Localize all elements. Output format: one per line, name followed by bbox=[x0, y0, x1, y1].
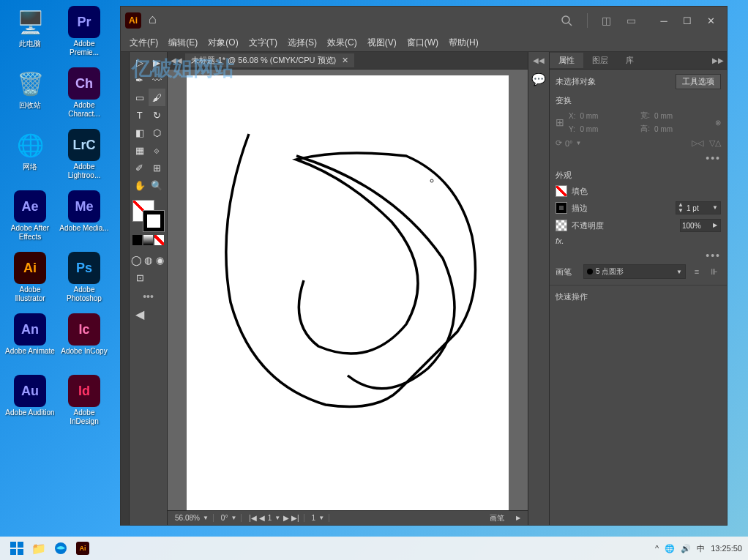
desktop-icon[interactable]: AeAdobe After Effects bbox=[4, 189, 56, 247]
explorer-icon[interactable]: 📁 bbox=[28, 539, 50, 558]
network-icon[interactable]: 🌐 bbox=[665, 544, 675, 553]
fill-stroke-swatch[interactable] bbox=[132, 200, 165, 232]
gradient-tool[interactable]: ▦ bbox=[131, 141, 149, 159]
desktop-icon[interactable]: AnAdobe Animate bbox=[4, 312, 56, 370]
rotate-field[interactable]: 0° ▼ bbox=[217, 514, 242, 522]
edit-toolbar-button[interactable]: ••• bbox=[131, 291, 165, 302]
w-field[interactable]: 0 mm bbox=[654, 112, 711, 120]
tab-properties[interactable]: 属性 bbox=[550, 53, 583, 68]
menu-item[interactable]: 文字(T) bbox=[244, 35, 282, 51]
desktop-icon[interactable]: IdAdobe InDesign bbox=[59, 373, 110, 432]
direct-selection-tool[interactable]: ▶ bbox=[149, 53, 166, 71]
gradient-mode-swatch[interactable] bbox=[143, 235, 153, 245]
menu-item[interactable]: 效果(C) bbox=[323, 35, 362, 51]
artboard[interactable] bbox=[187, 75, 509, 510]
search-icon[interactable] bbox=[553, 11, 580, 30]
maximize-button[interactable]: ☐ bbox=[676, 12, 699, 29]
minimize-button[interactable]: ─ bbox=[652, 12, 676, 29]
volume-icon[interactable]: 🔊 bbox=[681, 544, 691, 553]
desktop-icon[interactable]: 🌐网络 bbox=[4, 127, 56, 186]
toolbar-collapse-icon[interactable]: ◀ bbox=[131, 305, 149, 323]
workspace-icon[interactable]: ▭ bbox=[620, 12, 642, 29]
desktop-icon[interactable]: LrCAdobe Lightroo... bbox=[59, 127, 110, 186]
none-mode-swatch[interactable] bbox=[154, 235, 164, 245]
desktop-icon[interactable]: AiAdobe Illustrator bbox=[4, 250, 56, 309]
x-field[interactable]: 0 mm bbox=[580, 112, 636, 120]
comments-icon[interactable]: 💬 bbox=[530, 70, 547, 88]
menu-item[interactable]: 视图(V) bbox=[363, 35, 401, 51]
flip-h-icon[interactable]: ▷◁ bbox=[692, 138, 703, 148]
tab-libraries[interactable]: 库 bbox=[617, 53, 643, 68]
transform-more-icon[interactable]: ••• bbox=[556, 152, 721, 164]
close-tab-icon[interactable]: ✕ bbox=[342, 56, 348, 65]
close-button[interactable]: ✕ bbox=[699, 12, 722, 29]
h-field[interactable]: 0 mm bbox=[654, 125, 711, 133]
fx-button[interactable]: fx. bbox=[556, 236, 564, 245]
brush-picker[interactable]: 5 点圆形 ▼ bbox=[583, 264, 686, 279]
illustrator-taskbar-icon[interactable]: Ai bbox=[72, 539, 94, 558]
hand-tool[interactable]: ✋ bbox=[131, 176, 149, 194]
selection-tool[interactable]: ▷ bbox=[131, 53, 149, 71]
desktop-icon[interactable]: PsAdobe Photoshop bbox=[59, 250, 110, 309]
draw-inside-icon[interactable]: ◉ bbox=[154, 251, 165, 269]
menu-item[interactable]: 窗口(W) bbox=[403, 35, 443, 51]
y-field[interactable]: 0 mm bbox=[580, 125, 636, 133]
menu-item[interactable]: 帮助(H) bbox=[444, 35, 483, 51]
zoom-field[interactable]: 56.08% ▼ bbox=[171, 514, 214, 522]
zoom-tool[interactable]: 🔍 bbox=[149, 176, 166, 194]
stroke-swatch[interactable] bbox=[143, 210, 165, 232]
desktop-icon[interactable]: PrAdobe Premie... bbox=[59, 4, 110, 63]
opacity-swatch-icon[interactable] bbox=[556, 220, 567, 231]
artboard-tool[interactable]: ⊞ bbox=[149, 159, 166, 176]
collapse-right-icon[interactable]: ◀◀ bbox=[533, 55, 545, 66]
reference-point-icon[interactable]: ⊞ bbox=[556, 116, 564, 128]
desktop-icon[interactable]: IcAdobe InCopy bbox=[59, 312, 110, 370]
home-button[interactable]: ⌂ bbox=[149, 12, 166, 29]
draw-normal-icon[interactable]: ◯ bbox=[131, 251, 143, 269]
tool-options-button[interactable]: 工具选项 bbox=[676, 74, 721, 89]
edge-icon[interactable] bbox=[50, 539, 72, 558]
document-tab[interactable]: 未标题-1* @ 56.08 % (CMYK/CPU 预览) ✕ bbox=[185, 53, 354, 67]
paintbrush-tool[interactable]: 🖌 bbox=[149, 89, 166, 106]
collapse-panel-icon[interactable]: ▶▶ bbox=[709, 56, 727, 64]
fill-swatch-icon[interactable] bbox=[556, 185, 567, 197]
ime-indicator[interactable]: 中 bbox=[697, 543, 705, 554]
menu-item[interactable]: 编辑(E) bbox=[164, 35, 202, 51]
opacity-stepper[interactable]: 100% ▶ bbox=[680, 219, 721, 232]
desktop-icon[interactable]: AuAdobe Audition bbox=[4, 373, 56, 432]
artboard-num[interactable]: 1 ▼ bbox=[307, 514, 329, 522]
type-tool[interactable]: T bbox=[131, 106, 149, 124]
desktop-icon[interactable]: ChAdobe Charact... bbox=[59, 66, 110, 124]
menu-item[interactable]: 选择(S) bbox=[283, 35, 321, 51]
color-mode-swatch[interactable] bbox=[132, 235, 142, 245]
eyedropper-tool[interactable]: ✐ bbox=[131, 159, 149, 176]
angle-field[interactable]: 0° bbox=[565, 139, 573, 148]
curvature-tool[interactable]: 〰 bbox=[149, 71, 166, 89]
start-button[interactable] bbox=[6, 539, 28, 558]
eraser-tool[interactable]: ◧ bbox=[131, 124, 149, 141]
stroke-weight-stepper[interactable]: ▲▼ 1 pt ▼ bbox=[676, 201, 721, 214]
collapse-arrow-icon[interactable]: ◀◀ bbox=[168, 56, 185, 64]
draw-behind-icon[interactable]: ◍ bbox=[143, 251, 154, 269]
clock[interactable]: 13:25:50 bbox=[711, 544, 742, 553]
desktop-icon[interactable]: 🖥️此电脑 bbox=[4, 4, 56, 63]
pen-tool[interactable]: ✒ bbox=[131, 71, 149, 89]
width-tool[interactable]: ⟐ bbox=[149, 141, 166, 159]
artboard-nav[interactable]: |◀ ◀ 1 ▼ ▶ ▶| bbox=[244, 514, 304, 522]
status-arrow-icon[interactable]: ▶ bbox=[512, 515, 525, 521]
flip-v-icon[interactable]: ▽△ bbox=[709, 138, 721, 148]
rectangle-tool[interactable]: ▭ bbox=[131, 89, 149, 106]
tray-chevron-icon[interactable]: ^ bbox=[655, 544, 659, 553]
appearance-more-icon[interactable]: ••• bbox=[556, 250, 721, 261]
link-icon[interactable]: ⊗ bbox=[715, 119, 721, 127]
brush-opt1-icon[interactable]: ≡ bbox=[690, 265, 703, 278]
menu-item[interactable]: 对象(O) bbox=[203, 35, 242, 51]
menu-item[interactable]: 文件(F) bbox=[125, 35, 162, 51]
shape-builder-tool[interactable]: ⬡ bbox=[149, 124, 166, 141]
arrange-documents-icon[interactable]: ◫ bbox=[595, 12, 617, 29]
desktop-icon[interactable]: MeAdobe Media... bbox=[59, 189, 110, 247]
canvas-area[interactable] bbox=[168, 70, 528, 510]
tab-layers[interactable]: 图层 bbox=[583, 53, 617, 68]
screen-mode-icon[interactable]: ⊡ bbox=[131, 269, 149, 286]
brush-opt2-icon[interactable]: ⊪ bbox=[708, 265, 721, 278]
